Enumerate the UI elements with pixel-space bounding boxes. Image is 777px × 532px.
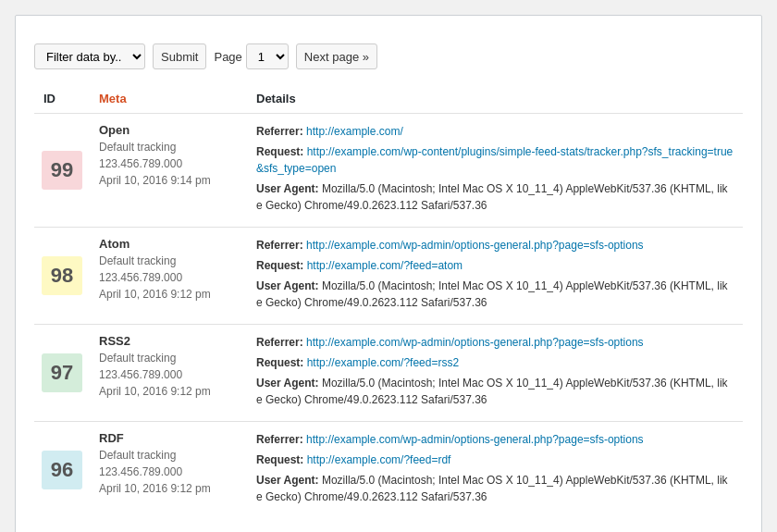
meta-tracking: Default tracking [99, 447, 238, 464]
table-row: 99 Open Default tracking 123.456.789.000… [34, 114, 743, 228]
meta-tracking: Default tracking [99, 350, 238, 366]
meta-ip: 123.456.789.000 [99, 155, 238, 172]
cell-details: Referrer: http://example.com/wp-admin/op… [247, 228, 743, 325]
request-link[interactable]: http://example.com/?feed=rdf [307, 453, 451, 466]
ua-text: Mozilla/5.0 (Macintosh; Intel Mac OS X 1… [256, 474, 728, 503]
ua-line: User Agent: Mozilla/5.0 (Macintosh; Inte… [256, 180, 734, 214]
ua-text: Mozilla/5.0 (Macintosh; Intel Mac OS X 1… [256, 279, 728, 309]
referrer-line: Referrer: http://example.com/wp-admin/op… [256, 334, 734, 351]
cell-meta: RSS2 Default tracking 123.456.789.000 Ap… [90, 325, 247, 422]
referrer-line: Referrer: http://example.com/wp-admin/op… [256, 431, 734, 448]
meta-date: April 10, 2016 9:12 pm [99, 480, 238, 497]
main-panel: Filter data by.. Submit Page 1 Next page… [15, 15, 762, 532]
meta-date: April 10, 2016 9:12 pm [99, 383, 238, 400]
id-badge: 96 [42, 451, 82, 489]
meta-ip: 123.456.789.000 [99, 269, 238, 286]
table-row: 97 RSS2 Default tracking 123.456.789.000… [34, 325, 743, 422]
next-page-button[interactable]: Next page » [296, 43, 377, 69]
request-label: Request: [256, 453, 303, 466]
referrer-label: Referrer: [256, 336, 303, 349]
ua-label: User Agent: [256, 279, 319, 292]
cell-details: Referrer: http://example.com/ Request: h… [247, 114, 743, 228]
ua-label: User Agent: [256, 474, 319, 487]
cell-details: Referrer: http://example.com/wp-admin/op… [247, 422, 743, 519]
table-row: 96 RDF Default tracking 123.456.789.000 … [34, 422, 743, 519]
ua-label: User Agent: [256, 182, 319, 195]
request-link[interactable]: http://example.com/?feed=atom [307, 259, 462, 272]
referrer-link[interactable]: http://example.com/wp-admin/options-gene… [306, 239, 644, 252]
page-select[interactable]: 1 [246, 43, 289, 69]
referrer-link[interactable]: http://example.com/wp-admin/options-gene… [306, 336, 644, 349]
page-label: Page [214, 50, 241, 64]
request-link[interactable]: http://example.com/wp-content/plugins/si… [256, 145, 733, 175]
request-label: Request: [256, 356, 303, 369]
request-line: Request: http://example.com/?feed=rss2 [256, 354, 734, 371]
meta-type: Atom [99, 237, 238, 251]
ua-text: Mozilla/5.0 (Macintosh; Intel Mac OS X 1… [256, 377, 728, 406]
cell-meta: Open Default tracking 123.456.789.000 Ap… [90, 114, 247, 228]
ua-line: User Agent: Mozilla/5.0 (Macintosh; Inte… [256, 472, 734, 505]
cell-id: 96 [34, 422, 90, 519]
col-meta: Meta [90, 84, 247, 114]
meta-date: April 10, 2016 9:14 pm [99, 172, 238, 189]
table-row: 98 Atom Default tracking 123.456.789.000… [34, 228, 743, 325]
id-badge: 98 [42, 256, 82, 295]
ua-line: User Agent: Mozilla/5.0 (Macintosh; Inte… [256, 375, 734, 408]
request-line: Request: http://example.com/?feed=rdf [256, 452, 734, 468]
col-id: ID [34, 84, 90, 114]
request-link[interactable]: http://example.com/?feed=rss2 [307, 356, 459, 369]
meta-tracking: Default tracking [99, 253, 238, 269]
ua-text: Mozilla/5.0 (Macintosh; Intel Mac OS X 1… [256, 182, 728, 212]
request-label: Request: [256, 145, 303, 158]
referrer-label: Referrer: [256, 433, 303, 446]
meta-type: RSS2 [99, 334, 238, 348]
id-badge: 99 [42, 151, 82, 190]
meta-type: Open [99, 123, 238, 137]
meta-tracking: Default tracking [99, 139, 238, 155]
cell-meta: RDF Default tracking 123.456.789.000 Apr… [90, 422, 247, 519]
request-line: Request: http://example.com/wp-content/p… [256, 143, 734, 177]
meta-ip: 123.456.789.000 [99, 464, 238, 480]
ua-label: User Agent: [256, 377, 319, 390]
filter-select[interactable]: Filter data by.. [34, 43, 145, 69]
meta-ip: 123.456.789.000 [99, 366, 238, 383]
stats-table: ID Meta Details 99 Open Default tracking… [34, 84, 743, 518]
page-select-wrap: Page 1 [214, 43, 288, 69]
toolbar: Filter data by.. Submit Page 1 Next page… [34, 43, 743, 69]
referrer-link[interactable]: http://example.com/wp-admin/options-gene… [306, 433, 644, 446]
meta-type: RDF [99, 431, 238, 445]
cell-id: 98 [34, 228, 90, 325]
request-label: Request: [256, 259, 303, 272]
cell-meta: Atom Default tracking 123.456.789.000 Ap… [90, 228, 247, 325]
referrer-link[interactable]: http://example.com/ [306, 125, 403, 138]
ua-line: User Agent: Mozilla/5.0 (Macintosh; Inte… [256, 278, 734, 311]
cell-details: Referrer: http://example.com/wp-admin/op… [247, 325, 743, 422]
cell-id: 99 [34, 114, 90, 228]
id-badge: 97 [42, 353, 82, 392]
referrer-line: Referrer: http://example.com/ [256, 123, 734, 140]
col-details: Details [247, 84, 743, 114]
referrer-label: Referrer: [256, 125, 303, 138]
meta-date: April 10, 2016 9:12 pm [99, 286, 238, 303]
referrer-line: Referrer: http://example.com/wp-admin/op… [256, 237, 734, 254]
cell-id: 97 [34, 325, 90, 422]
referrer-label: Referrer: [256, 239, 303, 252]
submit-button[interactable]: Submit [153, 43, 206, 69]
request-line: Request: http://example.com/?feed=atom [256, 257, 734, 274]
